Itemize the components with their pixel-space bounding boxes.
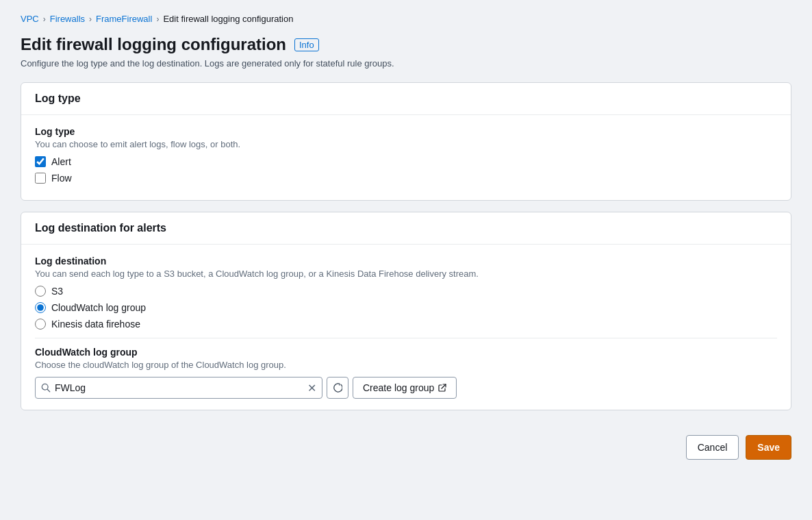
- log-type-field-description: You can choose to emit alert logs, flow …: [35, 139, 777, 149]
- cloudwatch-radio-row[interactable]: CloudWatch log group: [35, 302, 777, 313]
- breadcrumb-current: Edit firewall logging configuration: [163, 14, 293, 24]
- breadcrumb: VPC › Firewalls › FrameFirewall › Edit f…: [21, 14, 791, 24]
- cloudwatch-radio[interactable]: [35, 302, 46, 313]
- alert-label[interactable]: Alert: [51, 156, 71, 167]
- log-destination-card: Log destination for alerts Log destinati…: [21, 212, 791, 410]
- log-type-card-body: Log type You can choose to emit alert lo…: [21, 115, 791, 200]
- breadcrumb-vpc[interactable]: VPC: [21, 14, 39, 24]
- log-destination-field-description: You can send each log type to a S3 bucke…: [35, 269, 777, 279]
- page-title: Edit firewall logging configuration: [21, 35, 286, 54]
- breadcrumb-sep-2: ›: [89, 14, 92, 24]
- clear-search-button[interactable]: ✕: [307, 382, 316, 395]
- info-link[interactable]: Info: [294, 38, 319, 51]
- s3-label[interactable]: S3: [51, 286, 63, 297]
- kinesis-label[interactable]: Kinesis data firehose: [51, 319, 140, 330]
- svg-line-1: [47, 389, 50, 392]
- svg-line-2: [442, 384, 446, 388]
- search-input-wrapper[interactable]: ✕: [35, 377, 322, 399]
- save-button[interactable]: Save: [746, 435, 791, 460]
- external-link-icon: [438, 384, 446, 392]
- kinesis-radio-row[interactable]: Kinesis data firehose: [35, 319, 777, 330]
- kinesis-radio[interactable]: [35, 319, 46, 330]
- alert-checkbox[interactable]: [35, 156, 46, 167]
- log-destination-card-body: Log destination You can send each log ty…: [21, 245, 791, 410]
- refresh-button[interactable]: [327, 377, 348, 399]
- log-type-card: Log type Log type You can choose to emit…: [21, 82, 791, 201]
- flow-checkbox-row[interactable]: Flow: [35, 173, 777, 184]
- breadcrumb-framefirewall[interactable]: FrameFirewall: [96, 14, 152, 24]
- breadcrumb-firewalls[interactable]: Firewalls: [50, 14, 85, 24]
- refresh-icon: [333, 383, 342, 393]
- log-destination-field-label: Log destination: [35, 256, 777, 267]
- s3-radio[interactable]: [35, 286, 46, 297]
- flow-label[interactable]: Flow: [51, 173, 72, 184]
- cloudwatch-label[interactable]: CloudWatch log group: [51, 302, 146, 313]
- search-input[interactable]: [55, 382, 305, 393]
- log-type-card-header: Log type: [21, 83, 791, 115]
- divider: [35, 338, 777, 338]
- s3-radio-row[interactable]: S3: [35, 286, 777, 297]
- cloudwatch-log-group-description: Choose the cloudWatch log group of the C…: [35, 360, 777, 370]
- breadcrumb-sep-1: ›: [43, 14, 46, 24]
- log-type-field-label: Log type: [35, 126, 777, 137]
- log-type-card-title: Log type: [35, 92, 81, 104]
- log-destination-card-title: Log destination for alerts: [35, 222, 166, 234]
- breadcrumb-sep-3: ›: [156, 14, 159, 24]
- page-description: Configure the log type and the log desti…: [21, 58, 791, 69]
- cloudwatch-search-group: ✕ Create log group: [35, 377, 777, 399]
- create-log-group-label: Create log group: [363, 382, 434, 393]
- search-icon: [41, 383, 51, 393]
- cloudwatch-log-group-label: CloudWatch log group: [35, 347, 777, 358]
- page-header: Edit firewall logging configuration Info: [21, 35, 791, 54]
- alert-checkbox-row[interactable]: Alert: [35, 156, 777, 167]
- flow-checkbox[interactable]: [35, 173, 46, 184]
- cancel-button[interactable]: Cancel: [686, 435, 739, 460]
- log-destination-card-header: Log destination for alerts: [21, 212, 791, 245]
- create-log-group-button[interactable]: Create log group: [353, 377, 457, 399]
- footer-actions: Cancel Save: [21, 421, 791, 473]
